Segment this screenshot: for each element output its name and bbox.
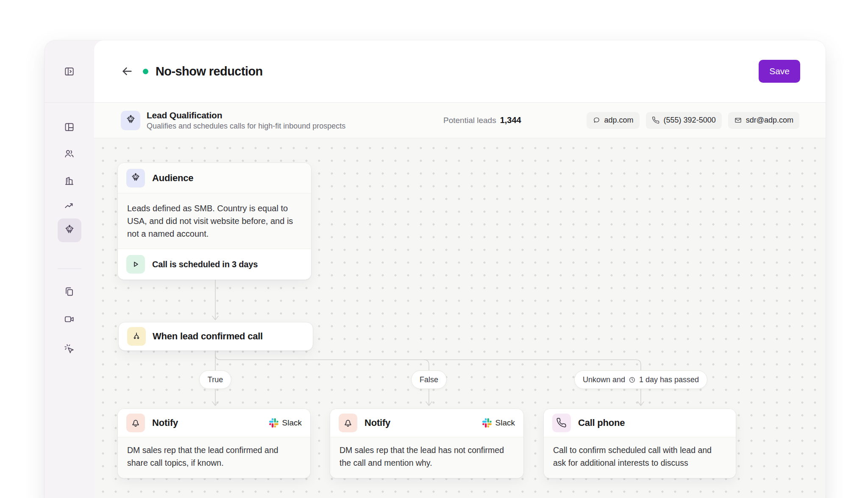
action-description: Call to confirm scheduled call with lead… <box>544 437 736 478</box>
audience-trigger-label: Call is scheduled in 3 days <box>152 260 258 269</box>
sidebar-item-dashboard[interactable] <box>45 121 94 133</box>
potential-leads: Potential leads 1,344 <box>443 103 521 138</box>
domain-badge[interactable]: adp.com <box>587 112 640 129</box>
agent-bar: Lead Qualification Qualifies and schedul… <box>94 103 826 138</box>
condition-node[interactable]: When lead confirmed call <box>118 322 313 351</box>
cursor-click-icon <box>64 343 75 355</box>
sidebar-item-recordings[interactable] <box>45 313 94 325</box>
potential-leads-value: 1,344 <box>500 115 521 125</box>
mail-icon <box>734 116 742 124</box>
call-phone-node[interactable]: Call phone Call to confirm scheduled cal… <box>543 408 736 478</box>
integration-label: Slack <box>495 418 515 428</box>
audience-title: Audience <box>152 173 193 184</box>
robot-icon <box>125 115 136 126</box>
panel-toggle-icon <box>64 66 75 77</box>
bell-icon <box>126 414 145 432</box>
arrow-left-icon <box>121 65 134 78</box>
contact-badges: adp.com (555) 392-5000 <box>587 112 799 129</box>
audience-node[interactable]: Audience Leads defined as SMB. Country i… <box>117 162 312 280</box>
topbar: No-show reduction Save <box>94 40 826 103</box>
sidebar-item-agents[interactable] <box>58 218 81 242</box>
notify-not-confirmed-node[interactable]: Notify Slack DM sales rep <box>330 408 524 478</box>
email-badge[interactable]: sdr@adp.com <box>728 112 799 129</box>
potential-leads-label: Potential leads <box>443 116 496 125</box>
app-window: No-show reduction Save Lead Qualificatio… <box>45 40 826 498</box>
agent-avatar <box>121 111 140 130</box>
users-icon <box>64 148 75 159</box>
robot-icon <box>64 224 75 236</box>
phone-icon <box>552 414 571 432</box>
action-title: Notify <box>364 417 390 428</box>
branch-icon <box>127 327 146 346</box>
audience-description: Leads defined as SMB. Country is equal t… <box>118 193 311 249</box>
layout-grid-icon <box>64 121 75 133</box>
phone-badge-label: (555) 392-5000 <box>664 116 716 125</box>
sidebar-divider <box>58 269 81 269</box>
sidebar-header <box>45 40 94 103</box>
sidebar-toggle-button[interactable] <box>64 66 75 77</box>
audience-trigger[interactable]: Call is scheduled in 3 days <box>118 249 311 280</box>
bell-icon <box>339 414 357 432</box>
play-icon <box>126 255 145 274</box>
notify-confirmed-node[interactable]: Notify Slack DM sales rep <box>117 408 311 478</box>
branch-label-false: False <box>411 370 447 389</box>
clock-icon <box>629 376 636 383</box>
slack-icon <box>269 418 278 428</box>
slack-icon <box>482 418 492 428</box>
action-title: Notify <box>152 417 178 428</box>
trend-icon <box>64 200 75 212</box>
phone-badge[interactable]: (555) 392-5000 <box>646 112 722 129</box>
flow-canvas[interactable]: Audience Leads defined as SMB. Country i… <box>94 138 826 498</box>
agent-description: Qualifies and schedules calls for high-f… <box>147 122 345 131</box>
phone-icon <box>652 116 660 124</box>
branch-label-true: True <box>199 370 231 389</box>
domain-badge-label: adp.com <box>604 116 634 125</box>
slack-integration: Slack <box>482 418 515 428</box>
main-panel: No-show reduction Save Lead Qualificatio… <box>94 40 826 498</box>
back-button[interactable] <box>120 64 134 78</box>
integration-label: Slack <box>282 418 302 428</box>
email-badge-label: sdr@adp.com <box>746 116 793 125</box>
condition-title: When lead confirmed call <box>153 331 263 342</box>
action-description: DM sales rep that the lead confirmed and… <box>118 437 310 478</box>
sidebar-item-actions[interactable] <box>45 343 94 355</box>
building-icon <box>64 175 75 187</box>
action-title: Call phone <box>578 417 625 428</box>
sidebar-item-companies[interactable] <box>45 175 94 187</box>
page-title: No-show reduction <box>156 64 263 78</box>
sidebar-item-analytics[interactable] <box>45 200 94 212</box>
sidebar-item-templates[interactable] <box>45 286 94 297</box>
robot-icon <box>126 169 145 187</box>
action-description: DM sales rep that the lead has not confi… <box>330 437 523 478</box>
video-icon <box>64 313 75 325</box>
status-dot <box>143 69 148 74</box>
copy-docs-icon <box>64 286 75 297</box>
save-button[interactable]: Save <box>759 60 800 83</box>
slack-integration: Slack <box>269 418 302 428</box>
chat-icon <box>593 116 601 124</box>
sidebar <box>45 40 94 498</box>
agent-name: Lead Qualification <box>147 110 345 120</box>
sidebar-item-contacts[interactable] <box>45 148 94 159</box>
branch-label-unknown: Unkown and 1 day has passed <box>574 370 707 389</box>
